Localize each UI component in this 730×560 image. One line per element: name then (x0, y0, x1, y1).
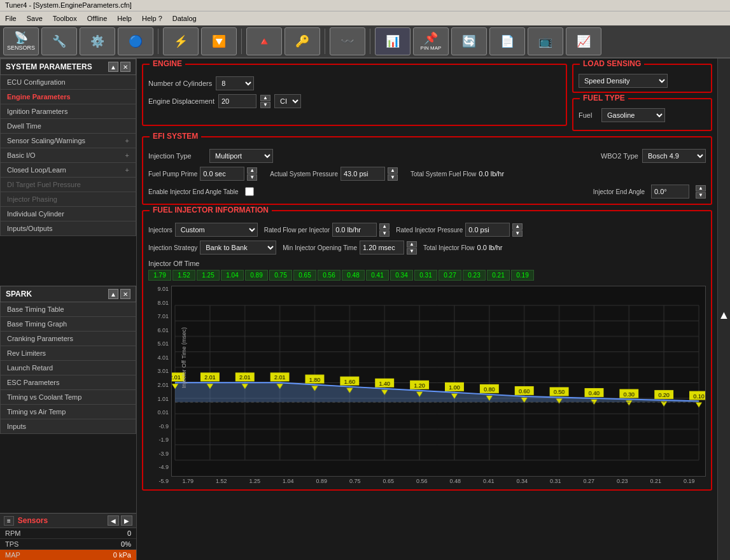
fuel-type-section: FUEL TYPE Fuel Gasoline (572, 98, 712, 131)
rated-injector-up-btn[interactable]: ▲ (512, 223, 523, 230)
toolbar-sensors[interactable]: 📡 SENSORS (3, 27, 39, 55)
injector-end-up-btn[interactable]: ▲ (696, 185, 706, 192)
toolbar-stream[interactable]: 〰️ (330, 27, 365, 55)
sidebar-item-inputs[interactable]: Inputs (0, 419, 136, 434)
injectors-select[interactable]: Custom (175, 223, 258, 237)
toolbar-ecu[interactable]: 🔧 (41, 27, 77, 55)
menu-save[interactable]: Save (24, 15, 45, 22)
fuel-pump-down-btn[interactable]: ▼ (247, 174, 257, 181)
fuel-pump-input[interactable] (200, 167, 244, 181)
menu-offline[interactable]: Offline (85, 15, 110, 22)
filter-icon: 🔽 (212, 36, 226, 47)
off-time-cell[interactable]: 1.79 (148, 270, 171, 281)
content-scroll-arrow[interactable]: ▲ (717, 59, 730, 560)
menu-help2[interactable]: Help ? (139, 15, 165, 22)
sidebar-item-ecu[interactable]: ECU Configuration (0, 75, 136, 90)
toolbar-pinmap[interactable]: 📌 PIN MAP (413, 27, 449, 55)
enable-injector-checkbox[interactable] (245, 187, 254, 196)
sidebar-item-individual-cylinder[interactable]: Individual Cylinder (0, 207, 136, 221)
off-time-cell[interactable]: 1.04 (221, 270, 244, 281)
sidebar-item-rev-limiters[interactable]: Rev Limiters (0, 346, 136, 361)
rated-injector-down-btn[interactable]: ▼ (512, 230, 523, 237)
toolbar-monitor[interactable]: 📺 (528, 27, 563, 55)
off-time-cell[interactable]: 0.75 (269, 270, 292, 281)
actual-pressure-spinner: ▲ ▼ (388, 167, 398, 181)
toolbar-nitrous[interactable]: 🔺 (246, 27, 282, 55)
rated-injector-input[interactable] (465, 223, 510, 237)
sidebar-item-timing-coolant[interactable]: Timing vs Coolant Temp (0, 390, 136, 405)
toolbar-gauge[interactable]: 🔵 (118, 27, 153, 55)
off-time-cell[interactable]: 0.21 (487, 270, 510, 281)
sidebar-item-esc-params[interactable]: ESC Parameters (0, 375, 136, 390)
off-time-cell[interactable]: 0.89 (245, 270, 268, 281)
displacement-unit-select[interactable]: CI (274, 94, 301, 108)
system-params-collapse-btn[interactable]: ▲ (108, 62, 118, 72)
rated-injector-label: Rated Injector Pressure (396, 227, 463, 234)
rated-flow-input[interactable] (332, 223, 377, 237)
sidebar-item-base-timing-graph[interactable]: Base Timing Graph (0, 317, 136, 332)
displacement-up-btn[interactable]: ▲ (260, 95, 270, 101)
injector-end-angle-input[interactable] (651, 185, 689, 199)
sensor-prev-btn[interactable]: ◀ (108, 515, 119, 526)
actual-pressure-input[interactable] (340, 167, 385, 181)
right-sections: LOAD SENSING Speed Density FUEL TYPE Fue… (572, 64, 712, 131)
sidebar-item-basic-io[interactable]: Basic I/O + (0, 148, 136, 163)
off-time-cell[interactable]: 0.23 (463, 270, 486, 281)
toolbar-spark[interactable]: ⚡ (163, 27, 199, 55)
injection-strategy-select[interactable]: Bank to Bank (200, 241, 276, 255)
off-time-cell[interactable]: 0.56 (318, 270, 340, 281)
menu-help[interactable]: Help (115, 15, 134, 22)
spark-collapse-btn[interactable]: ▲ (108, 289, 118, 299)
menu-toolbox[interactable]: Toolbox (50, 15, 80, 22)
wbo2-select[interactable]: Bosch 4.9 (642, 149, 706, 163)
sidebar-item-ignition[interactable]: Ignition Parameters (0, 104, 136, 119)
engine-displacement-input[interactable] (218, 94, 256, 108)
actual-pressure-up-btn[interactable]: ▲ (388, 167, 398, 174)
sensor-next-btn[interactable]: ▶ (121, 515, 132, 526)
min-injector-up-btn[interactable]: ▲ (407, 241, 417, 248)
menu-datalog[interactable]: Datalog (170, 15, 199, 22)
toolbar-table[interactable]: 📊 (375, 27, 411, 55)
sidebar-item-engine-params[interactable]: Engine Parameters (0, 90, 136, 104)
off-time-cell[interactable]: 1.52 (172, 270, 195, 281)
toolbar-wave[interactable]: 📈 (566, 27, 601, 55)
load-sensing-select[interactable]: Speed Density (579, 74, 668, 88)
toolbar-key[interactable]: 🔑 (284, 27, 320, 55)
toolbar-refresh[interactable]: 🔄 (451, 27, 487, 55)
off-time-cell[interactable]: 0.19 (511, 270, 534, 281)
sidebar-item-timing-air[interactable]: Timing vs Air Temp (0, 405, 136, 419)
injection-type-select[interactable]: Multiport (209, 149, 273, 163)
rated-flow-up-btn[interactable]: ▲ (379, 223, 390, 230)
sidebar-item-dwell[interactable]: Dwell Time (0, 119, 136, 134)
fuel-pump-up-btn[interactable]: ▲ (247, 167, 257, 174)
toolbar-filter[interactable]: 🔽 (201, 27, 237, 55)
off-time-cell[interactable]: 0.31 (414, 270, 437, 281)
toolbar-timing[interactable]: ⚙️ (80, 27, 115, 55)
off-time-cell[interactable]: 0.34 (390, 270, 413, 281)
off-time-cell[interactable]: 0.41 (366, 270, 389, 281)
sidebar-item-inputs-outputs[interactable]: Inputs/Outputs (0, 221, 136, 236)
sidebar-item-sensor-scaling[interactable]: Sensor Scaling/Warnings + (0, 134, 136, 148)
off-time-cell[interactable]: 0.48 (342, 270, 365, 281)
sidebar-item-base-timing-table[interactable]: Base Timing Table (0, 302, 136, 317)
actual-pressure-down-btn[interactable]: ▼ (388, 174, 398, 181)
fuel-type-select[interactable]: Gasoline (601, 108, 665, 122)
toolbar-file[interactable]: 📄 (489, 27, 525, 55)
sidebar-item-launch-retard[interactable]: Launch Retard (0, 361, 136, 375)
min-injector-input[interactable] (360, 241, 404, 255)
system-params-close-btn[interactable]: ✕ (120, 62, 130, 72)
spark-close-btn[interactable]: ✕ (120, 289, 130, 299)
sidebar-item-closed-loop[interactable]: Closed Loop/Learn + (0, 163, 136, 178)
displacement-down-btn[interactable]: ▼ (260, 102, 270, 108)
sidebar-item-cranking-params[interactable]: Cranking Parameters (0, 332, 136, 346)
plus-icon-closed-loop: + (125, 166, 129, 174)
injector-end-down-btn[interactable]: ▼ (696, 192, 706, 199)
min-injector-down-btn[interactable]: ▼ (407, 248, 417, 255)
off-time-cell[interactable]: 1.25 (197, 270, 220, 281)
off-time-cell[interactable]: 0.65 (293, 270, 316, 281)
off-time-cell[interactable]: 0.27 (439, 270, 461, 281)
rated-flow-down-btn[interactable]: ▼ (379, 230, 390, 237)
num-cylinders-select[interactable]: 8 (216, 76, 254, 90)
menu-file[interactable]: File (3, 15, 19, 22)
injector-chart[interactable] (171, 286, 706, 477)
